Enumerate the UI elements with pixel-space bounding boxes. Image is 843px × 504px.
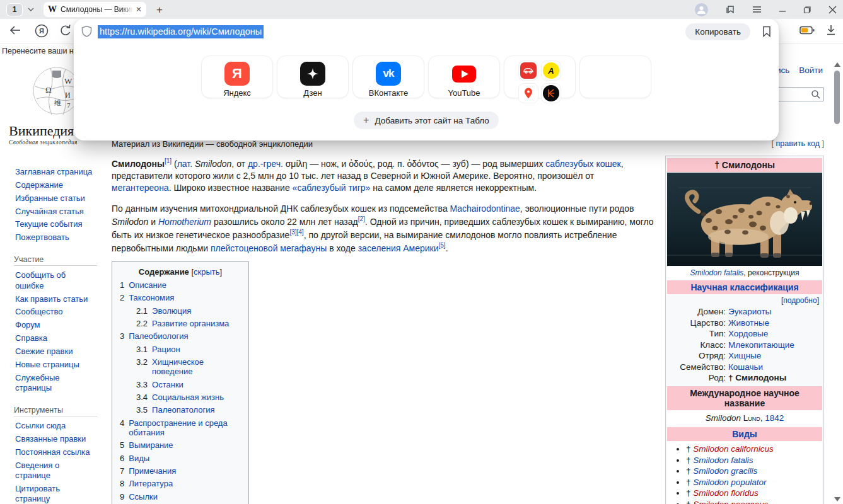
tablo-tile-youtube[interactable]: YouTube [428,55,500,98]
text-link[interactable]: [3][4] [289,229,303,236]
toc-item[interactable]: 3.1Рацион [120,345,241,354]
tablo-tile-dzen[interactable]: Дзен [277,55,349,98]
sidebar-link[interactable]: Форум [15,320,96,330]
toc-item[interactable]: 2.2Развитие организма [120,319,241,328]
sidebar-link[interactable]: Связанные правки [15,434,96,444]
menu-icon[interactable] [752,6,762,13]
toc-item[interactable]: 6Виды [120,454,241,463]
sidebar-link[interactable]: Ссылки сюда [15,421,96,431]
text-link[interactable]: заселения Америки [358,243,439,253]
sidebar-link[interactable]: Новые страницы [15,360,96,370]
toc-link[interactable]: Распространение и среда обитания [129,418,241,437]
login-link[interactable]: Войти [799,66,823,75]
sidebar-link[interactable]: Служебные страницы [15,373,96,394]
text-link[interactable]: саблезубых кошек [545,159,620,169]
scrollbar-thumb[interactable] [834,71,840,124]
sidebar-link[interactable]: Справка [15,333,96,343]
toc-link[interactable]: Эволюция [152,306,191,316]
toc-item[interactable]: 4Распространение и среда обитания [120,418,241,437]
close-window-icon[interactable] [828,6,837,14]
browser-tab[interactable]: W Смилодоны — Википед ✕ [44,2,146,17]
map-pin-icon[interactable] [518,83,538,103]
new-tab-button[interactable]: + [156,4,163,15]
bookmark-flag-icon[interactable] [762,26,771,37]
profile-avatar[interactable] [695,3,708,16]
add-to-tablo-button[interactable]: + Добавить этот сайт на Табло [354,112,499,129]
sidebar-link[interactable]: Случайная статья [15,207,96,217]
toc-link[interactable]: Останки [152,380,183,389]
tablo-tile-group[interactable]: A [504,55,576,98]
site-security-shield-icon[interactable] [81,25,92,38]
copy-url-button[interactable]: Копировать [685,23,750,40]
species-link[interactable]: Smilodon gracilis [693,466,757,476]
restore-window-icon[interactable] [803,6,811,14]
text-link[interactable]: лат. [177,159,192,169]
avito-letter-a-icon[interactable]: A [541,60,561,81]
collections-icon[interactable] [725,4,735,14]
toc-item[interactable]: 8Литература [120,479,241,488]
toc-item[interactable]: 1Описание [120,280,241,290]
kinopoisk-icon[interactable] [541,83,561,103]
page-scrollbar[interactable] [832,60,842,504]
text-link[interactable]: др.-греч. [248,159,283,169]
toc-link[interactable]: Примечания [129,466,176,476]
toc-link[interactable]: Палеопатология [152,405,214,415]
species-link[interactable]: Smilodon populator [693,478,766,487]
sidebar-link[interactable]: Сообщить об ошибке [15,270,96,291]
toc-item[interactable]: 3.4Социальная жизнь [120,392,241,402]
tablo-tile-vk[interactable]: vk ВКонтакте [352,55,424,98]
toc-item[interactable]: 9Ссылки [120,492,241,501]
sidebar-link[interactable]: Сообщество [15,307,96,317]
minimize-window-icon[interactable] [779,6,786,13]
sidebar-link[interactable]: Сведения о странице [15,461,96,481]
taxon-value[interactable]: Млекопитающие [728,340,822,350]
toc-link[interactable]: Развитие организма [152,319,229,328]
toc-item[interactable]: 3.5Палеопатология [120,405,241,415]
toc-link[interactable]: Палеобиология [129,331,188,341]
toc-link[interactable]: Ссылки [129,492,158,501]
address-bar-url[interactable]: https://ru.wikipedia.org/wiki/Смилодоны [98,25,264,38]
scrollbar-down-arrow[interactable] [834,497,840,501]
edit-source-link[interactable]: править код [776,139,820,148]
species-link[interactable]: Smilodon floridus [693,488,759,498]
sidebar-link[interactable]: Заглавная страница [15,167,96,177]
sidebar-link[interactable]: Содержание [15,180,96,190]
detail-link[interactable]: подробно [783,296,817,305]
toc-link[interactable]: Виды [129,454,149,463]
back-button[interactable] [9,25,21,38]
tablo-tile-yandex[interactable]: Я Яндекс [201,55,273,98]
toc-item[interactable]: 3.3Останки [120,380,241,389]
tablo-tile-empty[interactable] [579,55,651,98]
text-link[interactable]: Homotherium [158,217,211,227]
toc-item[interactable]: 7Примечания [120,466,241,476]
sidebar-link[interactable]: Текущие события [15,219,96,229]
battery-saver-icon[interactable] [799,26,815,37]
smilodon-reconstruction-image[interactable] [667,173,822,266]
sidebar-link[interactable]: Свежие правки [15,346,96,357]
text-link[interactable]: Smilodon fatalis [690,268,744,277]
taxon-value[interactable]: Эукариоты [728,307,822,316]
text-link[interactable]: плейстоценовой мегафауны [211,243,327,253]
bookmarks-import-hint[interactable]: Перенесите ваши на [2,47,78,55]
toc-link[interactable]: Социальная жизнь [152,392,224,402]
taxon-value[interactable]: Хищные [728,351,822,360]
sidebar-link[interactable]: Цитировать страницу [15,484,96,504]
text-link[interactable]: 1842 [765,413,784,423]
text-link[interactable]: [2] [358,215,365,222]
taxon-value[interactable]: Кошачьи [728,362,822,372]
toc-item[interactable]: 2.1Эволюция [120,306,241,316]
car-icon[interactable] [518,60,538,81]
toc-hide-link[interactable]: скрыть [194,267,220,277]
toc-item[interactable]: 3.2Хищническое поведение [120,357,241,376]
text-link[interactable]: [1] [165,158,172,164]
toc-link[interactable]: Рацион [152,345,180,354]
taxon-value[interactable]: Животные [728,318,822,328]
sidebar-link[interactable]: Постоянная ссылка [15,447,96,457]
text-link[interactable]: «саблезубый тигр» [293,183,371,193]
sidebar-link[interactable]: Пожертвовать [15,232,96,243]
scrollbar-up-arrow[interactable] [834,62,840,67]
tab-group-button[interactable]: 1 [6,3,23,16]
taxon-value[interactable]: Хордовые [728,329,822,338]
text-link[interactable]: Machairodontinae [450,203,520,214]
species-link[interactable]: Smilodon neogaeus [693,500,768,504]
